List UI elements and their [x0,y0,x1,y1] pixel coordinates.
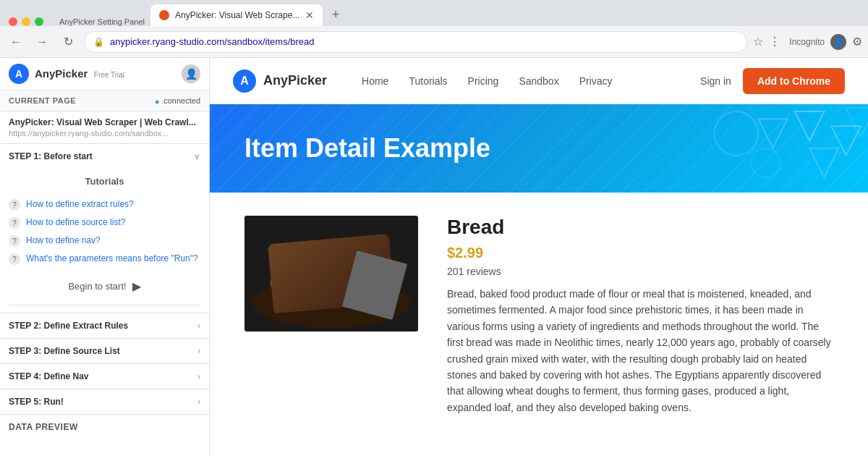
sidebar-header: A AnyPicker Free Trial 👤 [0,58,209,90]
svg-point-9 [268,249,374,306]
signin-link[interactable]: Sign in [700,75,731,87]
page-url-text: https://anypicker.ryang-studio.com/sandb… [9,129,200,138]
new-tab-btn[interactable]: + [326,4,346,25]
website-nav-actions: Sign in Add to Chrome [700,68,845,94]
step1-header[interactable]: STEP 1: Before start ∨ [0,144,209,169]
avatar[interactable]: 👤 [182,64,200,83]
product-reviews: 201 reviews [447,266,833,277]
tutorial-item-4[interactable]: ? What's the parameters means before "Ru… [9,250,200,268]
step4-section: STEP 4: Define Nav › [0,364,209,389]
step1-section: STEP 1: Before start ∨ Tutorials ? How t… [0,144,209,313]
data-preview-label: DATA PREVIEW [9,422,78,432]
incognito-label: Incognito [789,37,825,47]
back-btn[interactable]: ← [6,32,26,52]
nav-link-tutorials[interactable]: Tutorials [409,75,447,87]
step3-chevron: › [197,346,200,356]
svg-marker-1 [758,119,787,148]
hero-title: Item Detail Example [244,133,490,164]
svg-point-14 [310,261,327,284]
svg-rect-12 [326,258,351,292]
svg-rect-11 [306,256,331,292]
svg-marker-2 [831,126,860,155]
connected-icon: ⬥ [154,95,160,106]
nav-link-home[interactable]: Home [362,75,388,87]
tutorial-item-1[interactable]: ? How to define extract rules? [9,195,200,214]
panel-label: AnyPicker Setting Panel [59,17,145,26]
address-field[interactable]: 🔒 anypicker.ryang-studio.com/sandbox/ite… [84,31,747,53]
svg-rect-16 [365,245,375,256]
step4-chevron: › [197,371,200,381]
nav-link-pricing[interactable]: Pricing [468,75,499,87]
step3-label: STEP 3: Define Source List [9,346,120,356]
website-logo-icon: A [233,69,256,93]
extensions-icon[interactable]: ⚙ [852,35,862,48]
step5-section: STEP 5: Run! › [0,389,209,415]
lock-icon: 🔒 [93,37,104,47]
website-content: A AnyPicker Home Tutorials Pricing Sandb… [210,58,868,456]
connected-badge: ⬥ connected [154,95,200,106]
bread-svg [244,216,418,332]
add-to-chrome-btn[interactable]: Add to Chrome [743,68,845,94]
logo-badge: Free Trial [94,71,124,79]
maximize-window-btn[interactable] [35,17,43,26]
step4-header[interactable]: STEP 4: Define Nav › [0,364,209,389]
question-icon-1: ? [9,199,20,211]
reload-btn[interactable]: ↻ [58,32,78,52]
svg-point-18 [306,295,328,308]
tutorial-link-4: What's the parameters means before "Run"… [26,253,198,265]
question-icon-3: ? [9,235,20,247]
step2-chevron: › [197,321,200,331]
main-layout: A AnyPicker Free Trial 👤 CURRENT PAGE ⬥ … [0,58,868,456]
tab-title: AnyPicker: Visual Web Scrape... [175,10,299,20]
nav-link-privacy[interactable]: Privacy [579,75,613,87]
product-image-container [244,216,418,332]
step2-header[interactable]: STEP 2: Define Extract Rules › [0,313,209,338]
logo-text: AnyPicker Free Trial [35,67,124,80]
minimize-window-btn[interactable] [22,17,30,26]
active-tab[interactable]: AnyPicker: Visual Web Scrape... ✕ [150,4,323,26]
step3-header[interactable]: STEP 3: Define Source List › [0,339,209,363]
page-title-text: AnyPicker: Visual Web Scraper | Web Craw… [9,117,200,127]
bookmark-icon[interactable]: ☆ [753,35,763,48]
begin-btn-area[interactable]: Begin to start! ▶ [9,268,200,305]
close-window-btn[interactable] [9,17,17,26]
page-info: AnyPicker: Visual Web Scraper | Web Craw… [0,111,209,144]
current-page-label: CURRENT PAGE [9,96,76,105]
svg-point-6 [751,148,780,177]
data-preview-bar: DATA PREVIEW [0,415,209,439]
sidebar-logo: A AnyPicker Free Trial [9,64,124,84]
tutorials-title: Tutorials [9,176,200,187]
svg-point-17 [288,289,316,308]
product-name: Bread [447,216,833,239]
tutorial-link-1: How to define extract rules? [26,198,134,211]
forward-btn[interactable]: → [32,32,52,52]
step1-chevron: ∨ [194,151,200,161]
website-logo: A AnyPicker [233,69,327,93]
step5-header[interactable]: STEP 5: Run! › [0,389,209,414]
svg-marker-3 [809,148,838,177]
incognito-icon: 👤 [830,34,846,50]
svg-marker-4 [846,108,868,137]
tutorial-item-2[interactable]: ? How to define source list? [9,214,200,232]
browser-menu-icon[interactable]: ⋮ [769,35,780,48]
browser-tab-bar: AnyPicker Setting Panel AnyPicker: Visua… [0,0,868,26]
step3-section: STEP 3: Define Source List › [0,339,209,364]
website-nav-links: Home Tutorials Pricing Sandbox Privacy [362,75,677,87]
bread-image [244,216,418,332]
tab-close-btn[interactable]: ✕ [305,10,314,20]
traffic-lights [9,17,43,26]
svg-point-13 [289,263,307,285]
tutorial-item-3[interactable]: ? How to define nav? [9,232,200,250]
connected-label: connected [163,96,200,105]
website-nav: A AnyPicker Home Tutorials Pricing Sandb… [210,58,868,104]
step4-label: STEP 4: Define Nav [9,371,89,381]
play-icon: ▶ [132,279,141,293]
step2-section: STEP 2: Define Extract Rules › [0,313,209,339]
product-description: Bread, baked food product made of flour … [447,286,833,415]
logo-icon: A [9,64,29,84]
address-bar-row: ← → ↻ 🔒 anypicker.ryang-studio.com/sandb… [0,26,868,58]
nav-link-sandbox[interactable]: Sandbox [519,75,558,87]
begin-text: Begin to start! [68,281,126,292]
svg-point-5 [715,111,759,156]
svg-rect-15 [360,249,380,306]
